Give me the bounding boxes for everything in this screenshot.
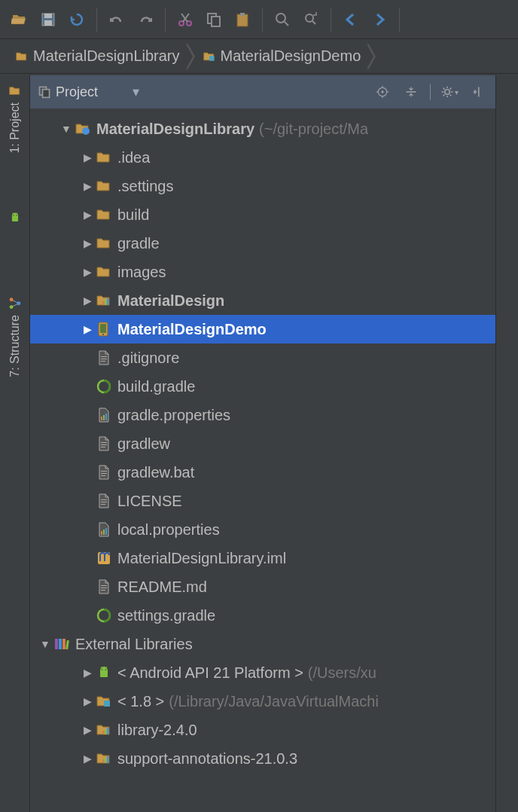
- nav-forward-button[interactable]: [366, 6, 393, 33]
- gradle-icon: [95, 607, 113, 624]
- tree-row[interactable]: ▶library-2.4.0: [30, 716, 495, 744]
- expand-arrow-right-icon[interactable]: ▶: [80, 237, 95, 249]
- breadcrumb-chevron-icon: [186, 43, 195, 70]
- tool-tab-structure[interactable]: 7: Structure: [7, 292, 23, 382]
- separator: [430, 84, 431, 100]
- expand-arrow-down-icon[interactable]: ▼: [59, 123, 74, 135]
- tree-row[interactable]: ▶.idea: [30, 143, 495, 172]
- tree-row-label: .idea: [117, 149, 150, 166]
- expand-arrow-right-icon[interactable]: ▶: [80, 752, 95, 765]
- sync-button[interactable]: [63, 6, 90, 33]
- replace-button[interactable]: [297, 6, 325, 33]
- tree-row-label: README.md: [117, 578, 207, 596]
- paste-button[interactable]: [229, 6, 256, 33]
- copy-button[interactable]: [200, 6, 227, 33]
- tree-row[interactable]: ▶support-annotations-21.0.3: [30, 744, 495, 773]
- tree-row-label: < Android API 21 Platform >: [117, 664, 303, 682]
- toolbar-separator: [165, 8, 166, 32]
- folder-icon: [95, 264, 113, 280]
- expand-arrow-right-icon[interactable]: ▶: [80, 295, 95, 307]
- tree-row[interactable]: ▶images: [30, 258, 495, 286]
- expand-arrow-right-icon[interactable]: ▶: [80, 266, 95, 278]
- undo-button[interactable]: [103, 6, 130, 33]
- tree-row-extra: (/Library/Java/JavaVirtualMachi: [169, 693, 379, 710]
- toolbar-separator: [399, 8, 400, 32]
- tree-row-extra: (/Users/xu: [308, 664, 376, 682]
- nav-back-button[interactable]: [337, 6, 364, 33]
- tree-row[interactable]: gradlew: [30, 429, 495, 458]
- expand-arrow-right-icon[interactable]: ▶: [80, 180, 95, 192]
- tree-row-label: MaterialDesignLibrary.iml: [117, 550, 286, 567]
- tree-row[interactable]: ▼MaterialDesignLibrary (~/git-project/Ma: [30, 114, 495, 143]
- properties-bars-icon: [95, 521, 113, 538]
- tree-row[interactable]: .gitignore: [30, 343, 495, 372]
- expand-arrow-right-icon[interactable]: ▶: [80, 695, 95, 707]
- scroll-from-source-button[interactable]: [373, 82, 392, 102]
- lib-bars-icon: [95, 722, 113, 738]
- expand-arrow-right-icon[interactable]: ▶: [80, 209, 95, 221]
- file-icon: [95, 435, 113, 452]
- project-tree: ▼MaterialDesignLibrary (~/git-project/Ma…: [30, 108, 495, 779]
- hide-button[interactable]: [468, 82, 488, 102]
- expand-arrow-right-icon[interactable]: ▶: [80, 323, 95, 335]
- expand-arrow-right-icon[interactable]: ▶: [80, 151, 95, 163]
- module-icon: [203, 50, 216, 63]
- chevron-down-icon: ▾: [133, 84, 139, 100]
- toolbar-separator: [331, 8, 331, 32]
- file-icon: [95, 350, 113, 366]
- properties-bars-icon: [95, 407, 113, 423]
- tool-window-gutter: 1: Project 7: Structure: [0, 75, 30, 812]
- tree-row[interactable]: ▶< 1.8 > (/Library/Java/JavaVirtualMachi: [30, 687, 495, 716]
- redo-button[interactable]: [132, 6, 159, 33]
- open-button[interactable]: [6, 6, 33, 33]
- expand-arrow-down-icon[interactable]: ▼: [38, 638, 53, 650]
- breadcrumb-label: MaterialDesignDemo: [221, 47, 361, 65]
- save-button[interactable]: [35, 6, 62, 33]
- collapse-all-button[interactable]: [401, 82, 421, 102]
- folder-icon: [95, 235, 113, 252]
- folder-icon: [95, 149, 113, 166]
- breadcrumb-item-module[interactable]: MaterialDesignDemo: [195, 43, 369, 69]
- breadcrumb-item-root[interactable]: MaterialDesignLibrary: [8, 43, 187, 69]
- lib-bars-icon: [95, 750, 113, 767]
- tree-row[interactable]: ▶MaterialDesignDemo: [30, 315, 495, 343]
- tree-row-label: < 1.8 >: [117, 693, 164, 710]
- tree-row[interactable]: local.properties: [30, 515, 495, 544]
- tree-row[interactable]: ▼External Libraries: [30, 630, 495, 658]
- file-icon: [95, 464, 113, 481]
- tree-row-label: build.gradle: [117, 378, 195, 395]
- breadcrumb-chevron-icon: [367, 43, 376, 70]
- tree-row-label: support-annotations-21.0.3: [117, 750, 297, 768]
- tree-row-label: MaterialDesign: [117, 292, 224, 310]
- tool-tab-project[interactable]: 1: Project: [7, 80, 23, 158]
- tree-row[interactable]: ▶.settings: [30, 172, 495, 200]
- tree-row-label: library-2.4.0: [117, 722, 197, 739]
- toolbar-separator: [262, 8, 263, 32]
- settings-button[interactable]: ▾: [440, 82, 459, 102]
- tree-row[interactable]: build.gradle: [30, 372, 495, 401]
- cut-button[interactable]: [172, 6, 199, 33]
- tree-row-label: gradle.properties: [117, 407, 230, 424]
- tree-row[interactable]: settings.gradle: [30, 601, 495, 630]
- tree-row[interactable]: LICENSE: [30, 487, 495, 515]
- expand-arrow-right-icon[interactable]: ▶: [80, 667, 95, 679]
- tree-row[interactable]: ▶gradle: [30, 229, 495, 258]
- expand-arrow-right-icon[interactable]: ▶: [80, 724, 95, 736]
- tree-row-label: gradlew: [117, 435, 170, 453]
- breadcrumb: MaterialDesignLibrary MaterialDesignDemo: [0, 39, 518, 74]
- tree-row-label: build: [117, 206, 149, 224]
- tree-row[interactable]: MaterialDesignLibrary.iml: [30, 544, 495, 572]
- tree-row[interactable]: ▶build: [30, 200, 495, 229]
- find-button[interactable]: [269, 6, 296, 33]
- panel-view-selector[interactable]: Project ▾: [38, 84, 139, 100]
- tree-row[interactable]: ▶MaterialDesign: [30, 286, 495, 315]
- iml-icon: [95, 550, 113, 566]
- file-icon: [95, 578, 113, 595]
- tree-row[interactable]: README.md: [30, 572, 495, 601]
- project-view-icon: [38, 85, 51, 99]
- tree-row[interactable]: ▶< Android API 21 Platform > (/Users/xu: [30, 658, 495, 687]
- toolbar-separator: [96, 8, 97, 32]
- gradle-icon: [95, 378, 113, 395]
- tree-row[interactable]: gradlew.bat: [30, 458, 495, 487]
- tree-row[interactable]: gradle.properties: [30, 401, 495, 429]
